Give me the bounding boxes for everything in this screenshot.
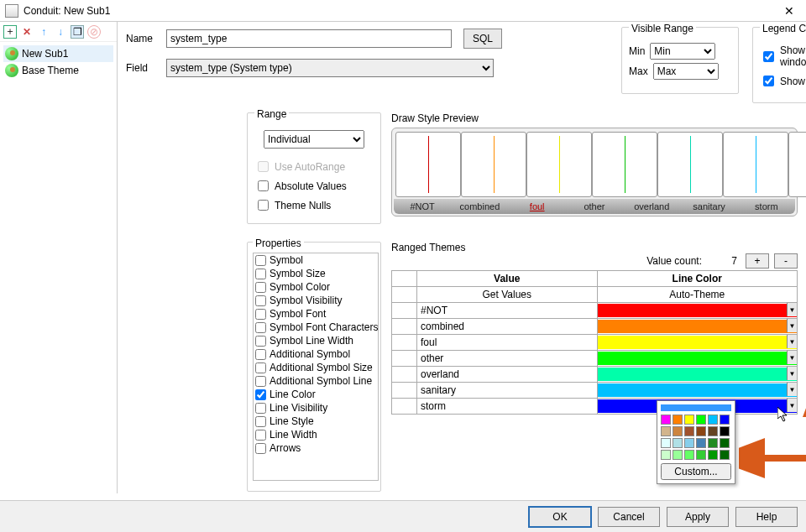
color-swatch[interactable] [696,438,706,448]
color-cell[interactable]: ▼ [597,367,798,383]
cancel-button[interactable]: Cancel [598,507,660,527]
color-swatch[interactable] [673,438,683,448]
properties-list[interactable]: SymbolSymbol SizeSymbol ColorSymbol Visi… [253,253,379,481]
chevron-down-icon[interactable]: ▼ [787,351,797,364]
property-item[interactable]: Additional Symbol [254,347,378,361]
name-input[interactable] [166,29,452,48]
property-item[interactable]: Symbol Color [254,280,378,294]
value-cell[interactable]: overland [417,367,598,383]
property-item[interactable]: Line Visibility [254,401,378,415]
preview-swatch[interactable] [526,132,592,197]
color-swatch[interactable] [673,426,683,436]
row-handle[interactable] [392,319,417,335]
preview-swatch[interactable] [723,132,788,197]
color-cell[interactable]: ▼ [597,335,798,351]
chevron-down-icon[interactable]: ▼ [787,399,797,412]
row-handle[interactable] [392,303,417,319]
chevron-down-icon[interactable]: ▼ [787,319,797,332]
property-item[interactable]: Line Style [254,415,378,428]
color-swatch[interactable] [684,426,694,436]
property-item[interactable]: Symbol Font [254,307,378,321]
property-item[interactable]: Symbol Font Characters [254,321,378,334]
value-cell[interactable]: combined [417,319,598,335]
close-icon[interactable]: ✕ [777,4,801,18]
color-swatch[interactable] [708,450,718,460]
color-cell[interactable]: ▼ [597,319,798,335]
max-select[interactable]: Max [653,63,719,80]
color-swatch[interactable] [720,426,730,436]
field-select[interactable]: system_type (System type) [166,59,494,77]
row-handle[interactable] [392,351,417,367]
show-thematic-checkbox[interactable]: Show in Thematic Key window [760,44,806,68]
move-up-icon[interactable]: ↑ [37,25,50,39]
color-swatch[interactable] [696,426,706,436]
copy-icon[interactable]: ❐ [71,25,84,39]
move-down-icon[interactable]: ↓ [54,25,67,39]
preview-swatch[interactable] [461,132,526,197]
color-cell[interactable]: ▼ [597,383,798,399]
color-swatch[interactable] [661,415,671,425]
preview-swatch[interactable] [788,132,806,197]
property-item[interactable]: Symbol [254,253,378,267]
property-item[interactable]: Symbol Size [254,267,378,280]
tree-item-base-theme[interactable]: Base Theme [3,62,113,79]
value-cell[interactable]: storm [417,399,598,415]
get-values-button[interactable]: Get Values [417,287,598,303]
color-swatch[interactable] [673,450,683,460]
range-mode-select[interactable]: Individual [264,130,364,149]
color-swatch[interactable] [708,426,718,436]
value-cell[interactable]: #NOT [417,303,598,319]
color-swatch[interactable] [708,415,718,425]
chevron-down-icon[interactable]: ▼ [787,367,797,380]
chevron-down-icon[interactable]: ▼ [787,383,797,396]
show-printed-checkbox[interactable]: Show in Printed Legend [760,73,806,89]
property-item[interactable]: Line Color [254,388,378,401]
add-icon[interactable]: ＋ [3,25,17,39]
custom-color-button[interactable]: Custom... [661,463,731,480]
property-item[interactable]: Arrows [254,441,378,455]
auto-theme-button[interactable]: Auto-Theme [597,287,798,303]
preview-swatch[interactable] [395,132,461,197]
row-handle[interactable] [392,367,417,383]
preview-swatch[interactable] [657,132,723,197]
row-handle[interactable] [392,399,417,415]
help-button[interactable]: Help [735,507,798,527]
chevron-down-icon[interactable]: ▼ [787,335,797,348]
color-swatch[interactable] [720,415,730,425]
value-count-minus[interactable]: - [774,253,798,269]
row-handle[interactable] [392,383,417,399]
property-item[interactable]: Symbol Line Width [254,334,378,347]
color-swatch[interactable] [661,438,671,448]
value-cell[interactable]: other [417,351,598,367]
color-swatch[interactable] [684,415,694,425]
value-count-plus[interactable]: + [746,253,769,269]
value-cell[interactable]: sanitary [417,383,598,399]
chevron-down-icon[interactable]: ▼ [787,303,797,316]
use-autorange-checkbox[interactable]: Use AutoRange [254,159,374,175]
color-swatch[interactable] [720,438,730,448]
property-item[interactable]: Line Width [254,428,378,441]
color-swatch[interactable] [673,415,683,425]
color-swatch[interactable] [696,415,706,425]
property-item[interactable]: Symbol Visibility [254,294,378,307]
delete-icon[interactable]: ✕ [20,25,34,39]
color-swatch[interactable] [684,438,694,448]
value-cell[interactable]: foul [417,335,598,351]
color-swatch[interactable] [661,450,671,460]
tree-item-new-sub[interactable]: New Sub1 [3,45,113,62]
ok-button[interactable]: OK [529,507,591,527]
row-handle[interactable] [392,335,417,351]
absolute-values-checkbox[interactable]: Absolute Values [254,178,374,194]
color-swatch[interactable] [684,450,694,460]
theme-nulls-checkbox[interactable]: Theme Nulls [254,197,374,213]
disable-icon[interactable]: ⊘ [87,25,101,39]
color-swatch[interactable] [661,426,671,436]
color-swatch[interactable] [696,450,706,460]
property-item[interactable]: Additional Symbol Size [254,361,378,374]
color-swatch[interactable] [720,450,730,460]
color-swatch[interactable] [708,438,718,448]
sql-button[interactable]: SQL [463,29,502,49]
color-cell[interactable]: ▼ [597,351,798,367]
apply-button[interactable]: Apply [667,507,729,527]
property-item[interactable]: Additional Symbol Line [254,374,378,388]
